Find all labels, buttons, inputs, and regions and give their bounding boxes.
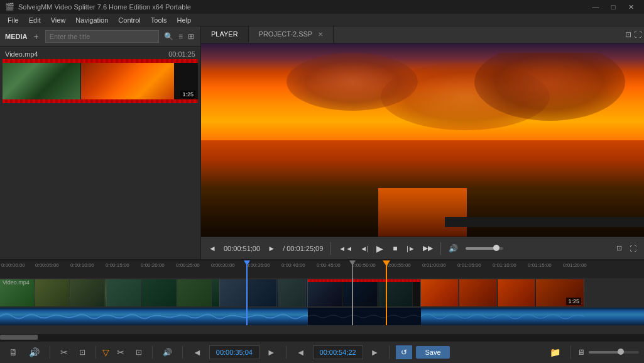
clip-4-dots (308, 279, 420, 282)
ruler-45: 0:00:45:00 (317, 262, 341, 268)
zoom-icon[interactable]: 🖥 (577, 348, 585, 357)
player-area: PLAYER PROJECT-2.SSP ✕ ⊡ ⛶ (201, 26, 644, 259)
timeline-scrollbar[interactable] (0, 334, 644, 340)
sep-1 (50, 346, 50, 359)
time-input-2[interactable]: 00:00:54;22 (313, 345, 363, 359)
video-canvas (201, 43, 644, 237)
audio-trim-button[interactable]: 🔊 (159, 345, 176, 359)
tab-close-icon[interactable]: ✕ (318, 31, 323, 38)
ruler-70: 0:01:10:00 (493, 262, 516, 268)
media-file-name: Video.mp4 (5, 50, 38, 58)
grid-view-icon[interactable]: ⊞ (187, 31, 195, 42)
ruler-55: 0:00:55:00 (387, 262, 411, 268)
zoom-thumb (618, 349, 624, 355)
menu-help[interactable]: Help (172, 15, 197, 25)
tab-project[interactable]: PROJECT-2.SSP ✕ (249, 26, 334, 43)
monitor-button[interactable]: 🖥 (5, 345, 21, 360)
cut-at-cursor-button[interactable]: ✂ (113, 345, 128, 360)
step-back-button[interactable]: ◄◄ (336, 242, 355, 255)
next-keyframe-button[interactable]: |► (404, 242, 418, 255)
prev-frame-button[interactable]: ◄ (206, 242, 219, 255)
in-point-marker (246, 260, 248, 278)
volume-icon[interactable]: 🔊 (446, 242, 461, 255)
stop-button[interactable]: ■ (389, 242, 401, 255)
ruler-5: 0:00:05:00 (35, 262, 59, 268)
clip-thumb-3b (249, 279, 277, 306)
fullscreen-icon[interactable]: ⛶ (634, 30, 641, 39)
clip-4[interactable] (308, 279, 421, 306)
minimize-button[interactable]: — (587, 2, 604, 12)
menu-navigation[interactable]: Navigation (70, 15, 113, 25)
next-marker-button[interactable]: ► (263, 345, 280, 360)
timeline-ruler: 0:00:00.00 0:00:05:00 0:00:10:00 0:00:15… (0, 260, 644, 278)
clip-3[interactable] (220, 279, 308, 306)
sep-4 (182, 346, 183, 359)
play-button[interactable]: ▶ (374, 241, 386, 256)
add-media-button[interactable]: + (31, 30, 41, 43)
player-fullscreen-icon[interactable]: ⛶ (627, 242, 639, 255)
sep-2 (96, 346, 96, 359)
sun-reflection (378, 188, 467, 237)
control-separator-2 (440, 242, 441, 255)
ruler-25: 0:00:25:00 (176, 262, 200, 268)
volume-fill (466, 247, 498, 250)
menu-control[interactable]: Control (113, 15, 145, 25)
menu-tools[interactable]: Tools (146, 15, 172, 25)
main-content: MEDIA + 🔍 ≡ ⊞ Video.mp4 00:01:25 (0, 26, 644, 363)
prev-keyframe-button[interactable]: ◄| (357, 242, 371, 255)
clip-thumb-5b (459, 279, 497, 306)
save-button[interactable]: Save (416, 346, 449, 359)
waveform-svg-dark (308, 308, 421, 325)
fast-forward-button[interactable]: ▶▶ (420, 242, 435, 255)
track-label: Video.mp4 (3, 279, 30, 286)
menubar: File Edit View Navigation Control Tools … (0, 14, 644, 26)
zoom-slider[interactable] (589, 351, 639, 354)
clip-5-content (421, 279, 584, 306)
trim-button[interactable]: ⊡ (75, 345, 89, 359)
total-time-display: / 00:01:25;09 (280, 245, 325, 252)
volume-slider[interactable] (466, 247, 503, 250)
clip-5[interactable]: 1:25 (421, 279, 584, 306)
menu-edit[interactable]: Edit (24, 15, 46, 25)
time-input-1[interactable]: 00:00:35;04 (209, 345, 259, 359)
clip-2[interactable] (107, 279, 220, 306)
fit-window-icon[interactable]: ⊡ (625, 30, 631, 39)
volume-thumb (493, 245, 499, 251)
next-pos-button[interactable]: ► (367, 345, 383, 360)
duration-badge: 1:25 (180, 91, 195, 98)
ruler-60: 0:01:00:00 (422, 262, 446, 268)
filter-icon[interactable]: ▽ (102, 347, 109, 357)
clip-3-content (220, 279, 307, 306)
media-thumbnail-strip: 1:25 (3, 59, 198, 103)
delete-segment-button[interactable]: ⊡ (132, 345, 146, 359)
cut-button[interactable]: ✂ (57, 345, 72, 360)
clip-thumb-5a (421, 279, 459, 306)
aspect-ratio-icon[interactable]: ⊡ (614, 242, 625, 255)
prev-marker-button[interactable]: ◄ (189, 345, 205, 360)
prev-pos-button[interactable]: ◄ (293, 345, 309, 360)
media-file-row[interactable]: Video.mp4 00:01:25 (3, 49, 198, 59)
scrollbar-thumb[interactable] (0, 335, 38, 340)
ruler-inner: 0:00:00.00 0:00:05:00 0:00:10:00 0:00:15… (0, 260, 644, 278)
audio-button[interactable]: 🔊 (25, 345, 43, 360)
ruler-80: 0:01:20:00 (563, 262, 587, 268)
thumbnail-row (3, 63, 198, 99)
titlebar: 🎬 SolveigMM Video Splitter 7.6 Home Edit… (0, 0, 644, 14)
loop-button[interactable]: ↺ (396, 345, 412, 359)
menu-view[interactable]: View (46, 15, 71, 25)
close-button[interactable]: ✕ (623, 2, 639, 12)
menu-file[interactable]: File (3, 15, 24, 25)
next-frame-button[interactable]: ► (265, 242, 278, 255)
tab-player[interactable]: PLAYER (201, 26, 249, 43)
export-button[interactable]: 📁 (546, 345, 564, 360)
clip-thumb-2c (177, 279, 212, 306)
search-icon[interactable]: 🔍 (163, 31, 175, 42)
control-separator-1 (330, 242, 331, 255)
media-view-icons: 🔍 ≡ ⊞ (163, 31, 195, 42)
waveform-right (421, 308, 644, 325)
maximize-button[interactable]: □ (605, 2, 621, 12)
search-input[interactable] (45, 30, 159, 43)
list-view-icon[interactable]: ≡ (177, 31, 184, 42)
media-label: MEDIA (5, 33, 27, 40)
clip-thumb-5c (498, 279, 535, 306)
